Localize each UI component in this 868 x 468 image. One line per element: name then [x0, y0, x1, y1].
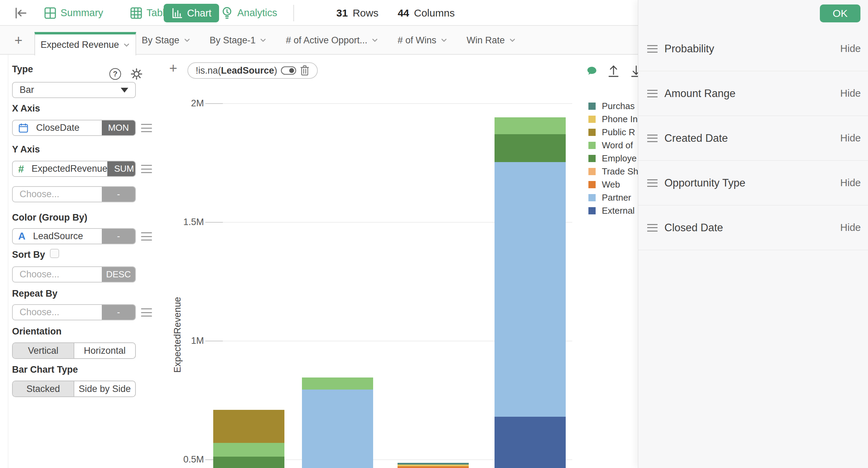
repeat-by-field[interactable]: Choose... -	[12, 304, 136, 320]
y2-aggregation-badge[interactable]: -	[102, 186, 135, 202]
bar-type-sidebyside-option[interactable]: Side by Side	[74, 381, 135, 396]
sort-by-field[interactable]: Choose... DESC	[12, 266, 136, 283]
legend-item[interactable]: Public R	[588, 127, 635, 138]
drag-handle-icon[interactable]	[647, 179, 658, 187]
collapse-sidebar-button[interactable]	[13, 0, 28, 26]
bar-4-segment-word-of[interactable]	[495, 117, 566, 134]
x-axis-field[interactable]: CloseDate MON	[12, 120, 136, 136]
tab-expected-revenue[interactable]: Expected Revenue	[34, 32, 136, 55]
repeat-aggregation-badge[interactable]: -	[102, 304, 135, 320]
chart-bars-icon	[171, 7, 183, 19]
gear-icon[interactable]	[130, 67, 143, 81]
tab-by-stage[interactable]: By Stage	[142, 35, 191, 46]
summary-grid-icon	[44, 7, 56, 19]
column-row-probability: ProbabilityHide	[638, 26, 868, 71]
bar-4-segment-partner[interactable]	[495, 162, 566, 417]
bar-2-segment-partner[interactable]	[302, 390, 373, 468]
help-icon[interactable]: ?	[109, 68, 121, 80]
legend-item[interactable]: Trade Sh	[588, 166, 638, 177]
bar-type-toggle: Stacked Side by Side	[12, 381, 136, 397]
bar-1-segment-public-r[interactable]	[213, 410, 284, 443]
calendar-icon	[18, 123, 29, 133]
legend-item[interactable]: Word of	[588, 140, 633, 151]
chevron-down-icon[interactable]	[371, 37, 378, 44]
filter-delete-icon[interactable]	[300, 65, 310, 76]
view-analytics-button[interactable]: Analytics	[221, 0, 277, 26]
legend-item[interactable]: External	[588, 205, 634, 216]
inactive-tabs: By StageBy Stage-1# of Active Opport...#…	[142, 26, 516, 55]
view-chart-button[interactable]: Chart	[164, 4, 219, 22]
chevron-down-icon[interactable]	[123, 42, 130, 49]
filter-expression: !is.na(LeadSource)	[196, 65, 277, 76]
y-axis-2-field[interactable]: Choose... -	[12, 186, 136, 202]
tab--of-active-opport-[interactable]: # of Active Opport...	[286, 35, 378, 46]
legend-label: Employe	[602, 153, 637, 164]
legend-item[interactable]: Web	[588, 179, 620, 190]
number-hash-icon: #	[18, 163, 24, 175]
hide-button[interactable]: Hide	[840, 43, 861, 54]
drag-handle-icon[interactable]	[647, 135, 658, 142]
chart-actions	[587, 64, 642, 78]
add-filter-button[interactable]: +	[169, 61, 177, 76]
color-aggregation-badge[interactable]: -	[102, 228, 135, 244]
y-aggregation-badge[interactable]: SUM	[107, 161, 136, 177]
bar-1-segment-word-of[interactable]	[213, 443, 284, 457]
chevron-down-icon[interactable]	[260, 37, 267, 44]
legend-color-chip	[588, 129, 596, 136]
hide-button[interactable]: Hide	[840, 222, 861, 233]
chart-label: Chart	[187, 8, 211, 19]
columns-count: 44	[398, 7, 409, 19]
x-aggregation-badge[interactable]: MON	[102, 120, 135, 136]
chevron-down-icon[interactable]	[509, 37, 516, 44]
sort-direction-badge[interactable]: DESC	[102, 266, 135, 283]
x-axis-label: X Axis	[12, 103, 40, 114]
hide-button[interactable]: Hide	[840, 88, 861, 99]
bar-2-segment-word-of[interactable]	[302, 377, 373, 390]
filter-pill[interactable]: !is.na(LeadSource)	[187, 62, 318, 79]
sort-by-checkbox[interactable]	[50, 249, 59, 258]
filter-toggle-icon[interactable]	[281, 65, 296, 76]
ok-button[interactable]: OK	[820, 4, 860, 22]
chart-type-value: Bar	[20, 85, 34, 95]
legend-label: Trade Sh	[602, 166, 638, 177]
legend-item[interactable]: Purchas	[588, 101, 634, 111]
chevron-down-icon[interactable]	[184, 37, 191, 44]
y-tick-label: 1.5M	[163, 217, 204, 227]
orientation-vertical-option[interactable]: Vertical	[13, 343, 74, 358]
bar-4-segment-external[interactable]	[495, 417, 566, 468]
drag-handle-icon[interactable]	[647, 45, 658, 53]
legend-item[interactable]: Employe	[588, 153, 637, 164]
tab--of-wins[interactable]: # of Wins	[398, 35, 447, 46]
toolbar-divider	[293, 5, 294, 21]
legend-label: Word of	[602, 140, 633, 151]
tab-win-rate[interactable]: Win Rate	[467, 35, 516, 46]
hide-button[interactable]: Hide	[840, 177, 861, 189]
y-axis-drag-handle[interactable]	[141, 165, 152, 173]
drag-handle-icon[interactable]	[647, 224, 658, 232]
y-axis-field[interactable]: # ExpectedRevenue SUM	[12, 161, 136, 177]
drag-handle-icon[interactable]	[647, 90, 658, 97]
legend-item[interactable]: Partner	[588, 192, 631, 203]
legend-item[interactable]: Phone In	[588, 114, 638, 125]
column-row-amount-range: Amount RangeHide	[638, 71, 868, 116]
tab-by-stage-1[interactable]: By Stage-1	[210, 35, 267, 46]
bar-3-segment-phone-in[interactable]	[398, 465, 469, 466]
bar-type-stacked-option[interactable]: Stacked	[13, 381, 74, 396]
color-drag-handle[interactable]	[141, 232, 152, 241]
rows-count: 31	[336, 7, 348, 19]
bar-4-segment-employe[interactable]	[495, 134, 566, 162]
hide-button[interactable]: Hide	[840, 132, 861, 144]
chevron-down-icon[interactable]	[441, 37, 447, 44]
bar-3-segment-purchas[interactable]	[398, 463, 469, 465]
add-sheet-button[interactable]: +	[14, 26, 22, 55]
orientation-horizontal-option[interactable]: Horizontal	[74, 343, 135, 358]
repeat-drag-handle[interactable]	[141, 308, 152, 317]
upload-icon[interactable]	[607, 64, 620, 78]
comment-bubble-icon[interactable]	[587, 66, 597, 76]
chart-type-dropdown[interactable]: Bar	[12, 82, 136, 98]
bar-1-segment-employe[interactable]	[213, 457, 284, 468]
view-summary-button[interactable]: Summary	[44, 0, 103, 26]
x-axis-drag-handle[interactable]	[141, 124, 152, 132]
bar-3-segment-web[interactable]	[398, 466, 469, 468]
color-groupby-field[interactable]: A LeadSource -	[12, 228, 136, 244]
